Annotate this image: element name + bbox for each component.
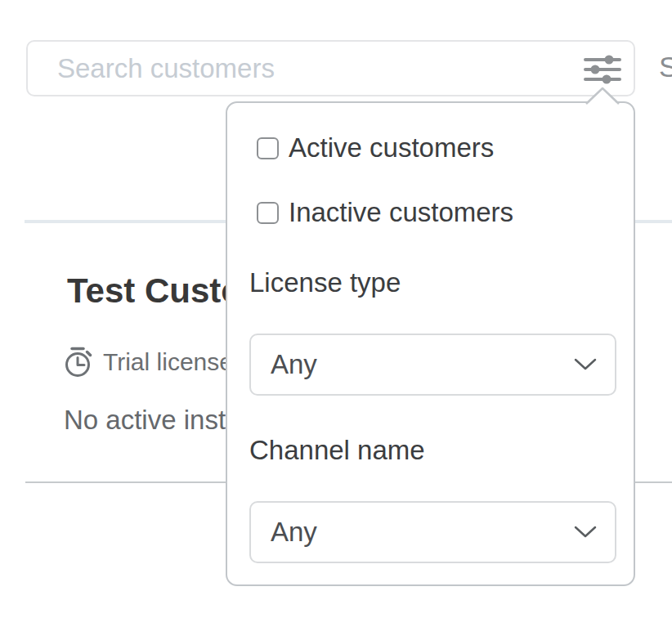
channel-name-value: Any — [271, 517, 574, 548]
license-type-value: Any — [271, 349, 574, 380]
checkbox-label: Active customers — [289, 132, 494, 163]
filter-popover: Active customers Inactive customers Lice… — [226, 101, 635, 586]
license-badge: Trial license — [63, 346, 233, 378]
sliders-icon — [584, 53, 621, 86]
popover-arrow — [585, 87, 620, 105]
channel-name-select[interactable]: Any — [249, 501, 616, 563]
filter-option-inactive-customers[interactable]: Inactive customers — [257, 197, 513, 228]
filter-button[interactable] — [582, 52, 623, 87]
filter-option-active-customers[interactable]: Active customers — [257, 132, 494, 163]
checkbox-label: Inactive customers — [289, 197, 513, 228]
license-badge-label: Trial license — [103, 348, 233, 376]
channel-name-label: Channel name — [249, 435, 425, 466]
timer-icon — [63, 346, 94, 378]
checkbox-active-customers[interactable] — [257, 137, 279, 159]
sort-label-clipped[interactable]: S — [659, 51, 672, 83]
customers-page: { "search": { "placeholder": "Search cus… — [0, 0, 672, 618]
chevron-down-icon — [574, 358, 597, 371]
search-input[interactable] — [57, 42, 548, 95]
chevron-down-icon — [574, 526, 597, 539]
search-box — [26, 40, 635, 96]
license-type-select[interactable]: Any — [249, 334, 616, 396]
checkbox-inactive-customers[interactable] — [257, 202, 279, 224]
license-type-label: License type — [249, 267, 401, 298]
